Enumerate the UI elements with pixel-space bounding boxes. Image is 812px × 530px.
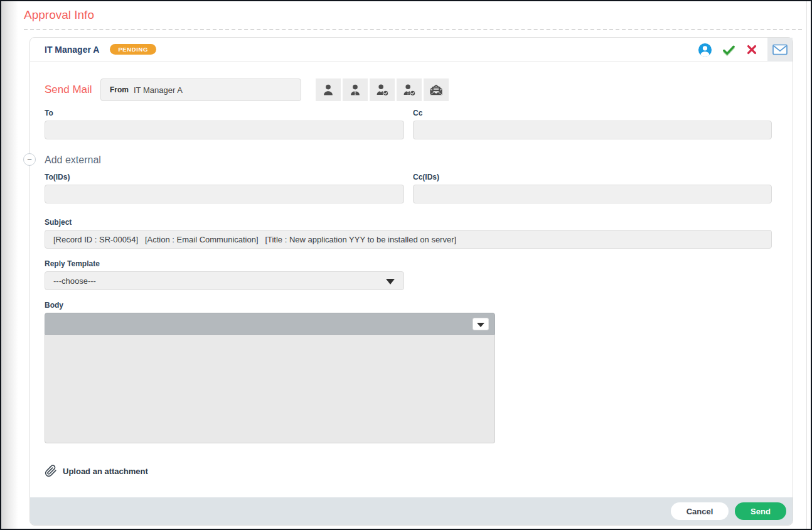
add-external-section: − Add external To(IDs) Cc(IDs) — [45, 154, 793, 203]
status-badge: PENDING — [110, 44, 156, 55]
from-field[interactable]: From IT Manager A — [100, 78, 301, 101]
upload-attachment-label: Upload an attachment — [63, 467, 148, 476]
approval-card: IT Manager A PENDING — [29, 37, 793, 526]
subject-label: Subject — [45, 218, 793, 227]
approver-name: IT Manager A — [45, 45, 99, 55]
from-value: IT Manager A — [134, 85, 183, 95]
subject-input[interactable] — [45, 230, 772, 249]
reply-template-selected-value: ---choose--- — [53, 276, 96, 286]
person-icon[interactable] — [316, 78, 341, 101]
dashed-divider — [24, 29, 802, 30]
to-label: To — [45, 109, 404, 117]
person-tie-check-icon[interactable] — [397, 78, 422, 101]
to-ids-input[interactable] — [45, 185, 404, 203]
cc-ids-label: Cc(IDs) — [413, 173, 772, 181]
recipient-picker-toolbar — [316, 78, 449, 101]
reply-template-label: Reply Template — [45, 259, 793, 268]
toolbar-expand-icon[interactable] — [473, 318, 489, 330]
person-check-icon[interactable] — [370, 78, 395, 101]
envelope-open-icon[interactable] — [424, 78, 449, 101]
from-label: From — [110, 85, 129, 94]
approval-card-header: IT Manager A PENDING — [30, 38, 793, 62]
send-mail-row: Send Mail From IT Manager A — [45, 78, 793, 101]
collapse-toggle-icon[interactable]: − — [23, 153, 36, 166]
send-button[interactable]: Send — [735, 502, 786, 520]
upload-attachment-button[interactable]: Upload an attachment — [45, 465, 148, 477]
user-avatar-icon[interactable] — [698, 43, 712, 57]
scroll-track — [806, 1, 807, 529]
approval-action-icons — [698, 38, 767, 62]
to-ids-label: To(IDs) — [45, 173, 404, 181]
cc-ids-input[interactable] — [413, 185, 772, 203]
page-title: Approval Info — [24, 8, 94, 22]
page-edge-strip — [1, 1, 18, 529]
reply-template-select[interactable]: ---choose--- — [45, 271, 404, 290]
card-footer: Cancel Send — [30, 497, 793, 525]
to-input[interactable] — [45, 121, 404, 139]
add-external-title: Add external — [45, 154, 793, 166]
person-tie-icon[interactable] — [343, 78, 368, 101]
cc-label: Cc — [413, 109, 772, 117]
cancel-button[interactable]: Cancel — [671, 502, 729, 520]
body-label: Body — [45, 301, 793, 310]
cc-input[interactable] — [413, 121, 772, 139]
paperclip-icon — [45, 465, 57, 477]
chevron-down-icon — [386, 279, 395, 284]
send-mail-icon[interactable] — [767, 38, 793, 62]
reject-x-icon[interactable] — [745, 43, 758, 56]
approve-check-icon[interactable] — [722, 43, 736, 57]
send-mail-title: Send Mail — [45, 84, 100, 96]
body-editor-textarea[interactable] — [45, 335, 495, 443]
body-editor — [45, 313, 495, 443]
body-editor-toolbar — [45, 313, 495, 335]
